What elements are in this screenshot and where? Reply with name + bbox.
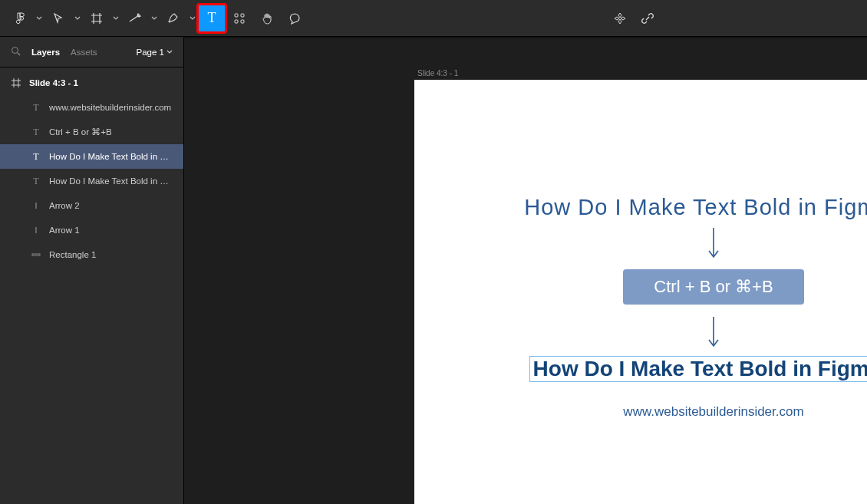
move-tool-button[interactable]	[45, 5, 72, 32]
shape-tool-chevron[interactable]	[149, 5, 160, 32]
page-selector-label: Page 1	[137, 48, 164, 57]
plugins-button[interactable]	[606, 5, 634, 32]
layer-frame[interactable]: Slide 4:3 - 1	[0, 71, 183, 95]
svg-rect-3	[241, 20, 244, 23]
move-tool-chevron[interactable]	[72, 5, 83, 32]
shape-tool-button[interactable]	[121, 5, 149, 32]
search-icon[interactable]	[11, 46, 21, 58]
left-panel: Layers Assets Page 1 Slide 4:3 - 1 T www…	[0, 37, 184, 504]
svg-rect-1	[241, 14, 244, 17]
layer-rectangle[interactable]: Rectangle 1	[0, 242, 183, 267]
text-layer-icon: T	[31, 127, 41, 138]
layer-line[interactable]: Arrow 2	[0, 193, 183, 218]
slide-url-text[interactable]: www.websitebuilderinsider.com	[623, 404, 803, 420]
pen-tool-button[interactable]	[160, 5, 187, 32]
arrow-down-icon	[706, 315, 721, 352]
slide-heading-normal[interactable]: How Do I Make Text Bold in Figma?	[524, 195, 867, 220]
tab-assets[interactable]: Assets	[71, 48, 97, 57]
slide-frame[interactable]: How Do I Make Text Bold in Figma? Ctrl +…	[414, 80, 867, 504]
line-layer-icon	[31, 201, 41, 210]
svg-rect-5	[32, 254, 40, 255]
text-layer-icon: T	[31, 102, 41, 114]
arrow-down-icon	[706, 226, 721, 263]
resources-button[interactable]	[226, 5, 253, 32]
svg-rect-2	[235, 20, 238, 23]
layer-text[interactable]: T Ctrl + B or ⌘+B	[0, 120, 183, 144]
share-link-button[interactable]	[634, 5, 661, 32]
layer-label: Ctrl + B or ⌘+B	[49, 127, 112, 137]
line-layer-icon	[31, 226, 41, 235]
layers-list: Slide 4:3 - 1 T www.websitebuilderinside…	[0, 68, 183, 504]
layer-label: Arrow 2	[49, 201, 80, 210]
pen-tool-chevron[interactable]	[187, 5, 198, 32]
svg-point-4	[12, 48, 18, 54]
rect-layer-icon	[31, 250, 41, 259]
layer-label: How Do I Make Text Bold in Fi...	[49, 176, 172, 186]
hand-tool-button[interactable]	[253, 5, 281, 32]
top-toolbar: T	[0, 0, 867, 37]
main-area: Layers Assets Page 1 Slide 4:3 - 1 T www…	[0, 37, 867, 504]
text-tool-icon: T	[208, 10, 216, 26]
text-tool-button[interactable]: T	[198, 5, 226, 32]
svg-rect-0	[235, 14, 238, 17]
layer-text[interactable]: T How Do I Make Text Bold in Fi...	[0, 169, 183, 193]
figma-menu-button[interactable]	[6, 5, 34, 32]
layer-label: How Do I Make Text Bold in Fi...	[49, 152, 172, 161]
slide-heading-bold[interactable]: How Do I Make Text Bold in Figma?	[530, 357, 867, 381]
frame-tool-button[interactable]	[83, 5, 110, 32]
frame-tool-chevron[interactable]	[110, 5, 121, 32]
slide-shortcut-box[interactable]: Ctrl + B or ⌘+B	[623, 269, 803, 305]
layer-label: Arrow 1	[49, 226, 80, 235]
figma-menu-chevron[interactable]	[34, 5, 45, 32]
text-layer-icon: T	[31, 151, 41, 163]
text-layer-icon: T	[31, 176, 41, 187]
page-selector[interactable]: Page 1	[137, 48, 173, 57]
canvas[interactable]: Slide 4:3 - 1 How Do I Make Text Bold in…	[184, 37, 867, 504]
layer-label: Slide 4:3 - 1	[29, 78, 78, 87]
frame-icon	[11, 78, 21, 87]
frame-title-label[interactable]: Slide 4:3 - 1	[414, 69, 461, 77]
layer-label: Rectangle 1	[49, 250, 96, 259]
layer-text-selected[interactable]: T How Do I Make Text Bold in Fi...	[0, 144, 183, 169]
left-panel-header: Layers Assets Page 1	[0, 37, 183, 68]
layer-label: www.websitebuilderinsider.com	[49, 103, 171, 112]
tab-layers[interactable]: Layers	[31, 48, 60, 57]
comment-tool-button[interactable]	[281, 5, 308, 32]
layer-text[interactable]: T www.websitebuilderinsider.com	[0, 95, 183, 120]
layer-line[interactable]: Arrow 1	[0, 218, 183, 242]
